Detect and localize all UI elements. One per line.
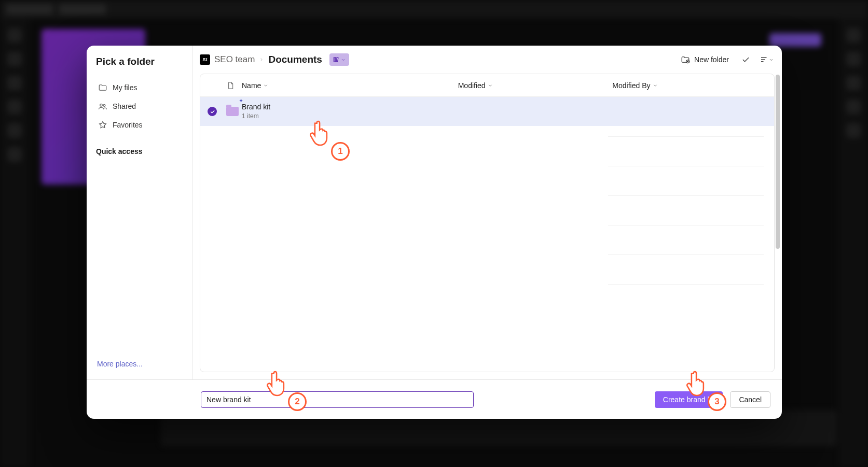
row-item-count: 1 item (242, 112, 458, 120)
breadcrumb-root[interactable]: SEO team (214, 54, 255, 65)
empty-row-grid (608, 136, 764, 361)
modal-footer: Create brand kit Cancel (87, 379, 782, 419)
sidenav-label: Favorites (113, 121, 143, 129)
folder-icon (98, 83, 107, 92)
file-type-column-icon[interactable] (226, 81, 235, 90)
library-icon (333, 56, 340, 63)
check-icon (741, 55, 750, 64)
column-name[interactable]: Name (242, 81, 458, 90)
row-folder-name: Brand kit (242, 103, 458, 111)
chevron-right-icon (259, 55, 264, 64)
quick-access-heading: Quick access (96, 147, 183, 155)
new-folder-button[interactable]: New folder (677, 52, 733, 67)
new-folder-label: New folder (694, 55, 729, 64)
svg-point-0 (100, 104, 103, 107)
svg-point-1 (103, 105, 105, 107)
chevron-down-icon (488, 83, 493, 88)
confirm-select-button[interactable] (737, 51, 754, 68)
folder-row[interactable]: ✦ Brand kit 1 item (200, 97, 774, 126)
sidenav-shared[interactable]: Shared (96, 97, 183, 115)
folder-picker-modal: Pick a folder My files Shared Favorites … (87, 46, 782, 419)
chevron-down-icon (341, 58, 346, 62)
modal-main: St SEO team Documents New folder (192, 46, 782, 379)
library-selector[interactable] (329, 53, 349, 66)
breadcrumb-current[interactable]: Documents (268, 54, 322, 65)
svg-rect-2 (334, 58, 335, 62)
modal-sidebar: Pick a folder My files Shared Favorites … (87, 46, 192, 379)
sidenav-label: My files (113, 83, 137, 92)
column-header-row: Name Modified Modified By (200, 74, 774, 97)
column-modified-by[interactable]: Modified By (612, 81, 767, 90)
cancel-button[interactable]: Cancel (730, 391, 770, 408)
view-options-button[interactable] (758, 51, 775, 68)
brand-kit-name-input[interactable] (201, 391, 474, 408)
folder-icon (226, 107, 239, 116)
more-places-link[interactable]: More places... (96, 357, 183, 369)
chevron-down-icon (653, 83, 658, 88)
row-selected-check-icon[interactable] (208, 107, 217, 116)
sidebar-title: Pick a folder (96, 56, 183, 67)
scrollbar[interactable] (776, 75, 780, 249)
people-icon (98, 102, 107, 111)
file-list-pane: Name Modified Modified By (200, 74, 775, 372)
chevron-down-icon (263, 83, 268, 88)
sidenav-favorites[interactable]: Favorites (96, 116, 183, 134)
column-modified[interactable]: Modified (458, 81, 613, 90)
breadcrumb-toolbar: St SEO team Documents New folder (192, 46, 782, 74)
star-icon (98, 120, 107, 130)
list-view-icon (760, 55, 769, 64)
team-avatar[interactable]: St (200, 54, 210, 65)
sparkle-icon: ✦ (239, 97, 243, 104)
folder-plus-icon (681, 55, 690, 64)
chevron-down-icon (769, 58, 774, 62)
sidenav-label: Shared (113, 102, 136, 110)
create-button[interactable]: Create brand kit (655, 391, 723, 408)
sidenav-my-files[interactable]: My files (96, 79, 183, 96)
